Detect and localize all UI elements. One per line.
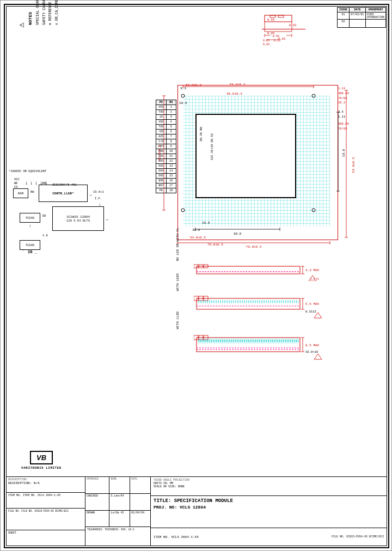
top-dim-group: 0.55 0.33 0.05 0.03 0.55 0.33 0.05 0.03 [262, 13, 327, 56]
tcgss-box: TCGSS [20, 213, 40, 223]
dimension-lines-svg: 59.0±0.3 40.0±0.3 70.0±0.5 54.0±0.5 38.0… [153, 82, 360, 256]
side-view-with-lldd: 8.5 MAX I0.0<18 [194, 330, 330, 360]
svg-text:1.6 FL: 1.6 FL [310, 278, 319, 280]
with-leds-label: WITH LEDS [176, 273, 180, 291]
svg-text:8.5 MAX: 8.5 MAX [305, 344, 320, 347]
svg-text:19.0: 19.0 [342, 149, 346, 157]
svg-rect-44 [197, 266, 300, 274]
svg-point-43 [312, 209, 315, 212]
svg-marker-81 [314, 354, 322, 359]
svg-point-42 [181, 209, 185, 212]
ic-bus-label: 1S-A+1 [93, 190, 104, 194]
svg-text:40.0±0.3: 40.0±0.3 [158, 145, 162, 161]
svg-text:38.0: 38.0 [234, 232, 242, 236]
notes-area: ⚠ NOTES SPECIAL CHARACTERISTIC SAFETY CH… [9, 9, 118, 161]
notes-content: NOTES SPECIAL CHARACTERISTIC SAFETY CHAR… [28, 0, 60, 25]
svg-text:0.03: 0.03 [263, 43, 270, 45]
ram-box: RAM [13, 188, 28, 198]
svg-rect-1 [270, 15, 275, 17]
svg-point-41 [312, 94, 315, 97]
logo-box: VB [30, 451, 53, 464]
warning-symbol: ⚠ [16, 22, 27, 28]
svg-text:59.0±0.3: 59.0±0.3 [230, 83, 246, 87]
side-view-no-led: 3.3 MAX 1.6 FL [194, 262, 319, 281]
svg-text:3.3 MAX: 3.3 MAX [305, 268, 319, 272]
svg-text:8.3112: 8.3112 [305, 310, 316, 314]
svg-text:5.5 MAX: 5.5 MAX [305, 302, 320, 306]
svg-text:70.0±0.5: 70.0±0.5 [246, 245, 262, 249]
svg-text:I0.0<18: I0.0<18 [305, 350, 318, 354]
svg-point-40 [181, 94, 185, 97]
ic1-box: 1C1W15 12864 128 X 64 DLTS [52, 206, 104, 231]
block-diagram: *10085C OR EQUIVALENT ↓↓↓↓↓ VCC WE CS RA… [9, 169, 134, 322]
side-view-with-leds: 5.5 MAX 8.3112 [194, 292, 330, 319]
svg-rect-55 [197, 298, 300, 309]
svg-text:0.33: 0.33 [274, 39, 280, 42]
logo-brand-text: VARITRONIX LIMITED [21, 466, 62, 470]
amendment-table: ISSUE DATE AMENDMENT 01 07/02/91 FIRST I… [337, 7, 386, 28]
controller-box: CONTR_LLER* [39, 185, 88, 202]
svg-text:0.05: 0.05 [263, 39, 270, 42]
svg-text:0.55: 0.55 [273, 35, 279, 38]
svg-rect-2 [278, 15, 284, 17]
with-lldd-label: WITH LLDD [176, 311, 180, 329]
equivalent-note: *10085C OR EQUIVALENT [9, 169, 46, 173]
ir-label: IR _ [28, 250, 37, 254]
no-led-label: NO LED OR WITH FL [176, 228, 180, 261]
title-block: DESCRIPTION: DESCRIPTION: N/A ITEM NO. I… [6, 476, 387, 546]
svg-text:54.0±0.5: 54.0±0.5 [352, 157, 356, 173]
logo-area: VB VARITRONIX LIMITED [6, 445, 77, 475]
